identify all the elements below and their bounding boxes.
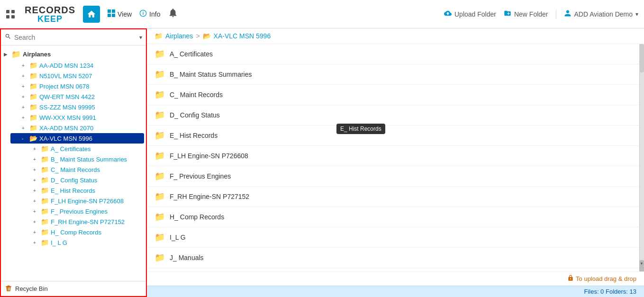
upload-folder-button[interactable]: Upload Folder [444,9,496,19]
expand-icon: + [33,219,39,225]
folder-icon: 📁 [154,252,165,263]
search-bar: ▾ [1,29,146,45]
expand-icon: + [22,126,27,131]
file-row[interactable]: 📁 J_ Manuals [147,248,644,268]
new-folder-label: New Folder [514,10,548,18]
logo-top: RECORDS [25,5,75,15]
breadcrumb-separator: > [196,32,200,40]
tree-child-f-rh[interactable]: + 📁 F_RH Engine-SN P727152 [22,216,144,227]
svg-text:i: i [143,11,144,16]
new-folder-icon [504,9,511,19]
expand-icon: ▶ [4,52,9,57]
tree-child-c-maint[interactable]: + 📁 C_ Maint Records [22,164,144,175]
notifications-button[interactable] [168,8,178,20]
folder-icon: 📁 [154,49,165,59]
view-label: View [118,10,132,18]
tree-child-d-config[interactable]: + 📁 D_ Config Status [22,175,144,185]
file-name: E_ Hist Records [170,132,218,139]
file-row[interactable]: 📁 A_ Certificates [147,44,644,64]
folder-icon: 📁 [41,166,49,173]
tree-item-label: WW-XXX MSN 9991 [39,114,96,121]
file-row[interactable]: 📁 F_RH Engine-SN P727152 [147,187,644,207]
expand-icon: + [33,230,39,235]
scrollbar[interactable]: ▼ [639,44,644,271]
folder-icon: 📁 [154,90,165,100]
breadcrumb-current: XA-VLC MSN 5996 [214,32,271,40]
tree-item-project[interactable]: + 📁 Project MSN 0678 [10,81,144,91]
trash-icon [5,284,12,293]
tree-item-n510vl[interactable]: + 📁 N510VL MSN 5207 [10,71,144,81]
add-aviation-button[interactable]: ADD Aviation Demo ▾ [556,9,638,19]
expand-icon: + [22,105,27,110]
tree-item-aa-add[interactable]: + 📁 AA-ADD MSN 1234 [10,60,144,71]
file-name: F_RH Engine-SN P727152 [170,193,249,200]
expand-icon: + [22,63,27,68]
tree-item-xa-vlc[interactable]: - 📂 XA-VLC MSN 5996 [10,133,144,144]
tree-child-a-cert[interactable]: + 📁 A_ Certificates [22,144,144,154]
info-button[interactable]: i Info [139,9,160,19]
tree-item-label: F_RH Engine-SN P727152 [51,218,125,225]
search-dropdown-icon[interactable]: ▾ [139,34,142,41]
folder-icon: 📁 [154,191,165,202]
tree-item-label: Project MSN 0678 [39,83,90,90]
tree-item-label: AA-ADD MSN 1234 [39,62,93,69]
add-aviation-label: ADD Aviation Demo [574,10,633,18]
tree-item-ss-zzz[interactable]: + 📁 SS-ZZZ MSN 99995 [10,102,144,112]
tree-item-ww-xxx[interactable]: + 📁 WW-XXX MSN 9991 [10,112,144,123]
expand-icon: + [33,188,39,193]
file-row[interactable]: 📁 K_ APU [147,268,644,271]
upload-folder-label: Upload Folder [454,10,496,18]
home-button[interactable] [83,6,100,23]
tree-child-h-comp[interactable]: + 📁 H_ Comp Records [22,227,144,237]
tree-item-xa-add[interactable]: + 📁 XA-ADD MSN 2070 [10,123,144,133]
file-row[interactable]: 📁 I_L G [147,227,644,248]
tree-child-e-hist[interactable]: + 📁 E_ Hist Records [22,185,144,196]
recycle-bin[interactable]: Recycle Bin [1,281,146,296]
view-button[interactable]: View [108,9,132,19]
new-folder-button[interactable]: New Folder [504,9,548,19]
file-row[interactable]: 📁 C_ Maint Records [147,85,644,105]
breadcrumb-root[interactable]: Airplanes [165,32,193,40]
file-name: F_ Previous Engines [170,172,231,180]
tree-child-f-prev[interactable]: + 📁 F_ Previous Engines [22,206,144,216]
folder-icon: 📁 [154,232,165,243]
folder-icon: 📁 [154,212,165,222]
file-row[interactable]: 📁 F_ Previous Engines [147,166,644,187]
expand-icon: + [33,240,39,245]
svg-rect-5 [112,9,115,13]
info-icon: i [139,9,147,19]
file-name: F_LH Engine-SN P726608 [170,152,248,160]
file-row[interactable]: 📁 B_ Maint Status Summaries [147,64,644,85]
svg-rect-2 [6,15,9,18]
lock-icon [567,275,574,283]
tree-child-f-lh[interactable]: + 📁 F_LH Engine-SN P726608 [22,196,144,206]
file-row[interactable]: 📁 F_LH Engine-SN P726608 [147,146,644,166]
file-name: B_ Maint Status Summaries [170,71,252,78]
status-bar: Files: 0 Folders: 13 [147,286,644,297]
search-input[interactable] [14,34,136,41]
folder-icon: 📁 [29,72,37,80]
logo: RECORDS KEEP [25,5,75,23]
scroll-arrow-down[interactable]: ▼ [639,260,644,267]
tree-item-label: F_ Previous Engines [51,208,108,215]
view-icon [108,9,115,19]
tree-item-qw-ert[interactable]: + 📁 QW-ERT MSN 4422 [10,91,144,102]
file-row[interactable]: 📁 D_ Config Status [147,105,644,126]
file-name: D_ Config Status [170,111,220,119]
tree-item-label: F_LH Engine-SN P726608 [51,198,124,205]
grid-icon[interactable] [6,9,15,19]
tree-item-label: B_ Maint Status Summaries [51,156,127,163]
tree-child-b-maint[interactable]: + 📁 B_ Maint Status Summaries [22,154,144,164]
open-folder-icon: 📂 [29,135,37,142]
tree-root-airplanes[interactable]: ▶ 📁 Airplanes [3,48,144,60]
file-row-e-hist[interactable]: 📁 E_ Hist Records E_ Hist Records [147,126,644,146]
file-row[interactable]: 📁 H_ Comp Records [147,207,644,227]
svg-rect-1 [11,10,15,13]
status-text: Files: 0 Folders: 13 [584,288,636,295]
scrollbar-thumb[interactable] [639,44,644,72]
folder-icon: 📁 [29,103,37,111]
upload-text: To upload drag & drop [576,275,636,282]
folder-icon: 📁 [154,110,165,120]
tree-child-i-lg[interactable]: + 📁 I_ L G [22,237,144,248]
breadcrumb-current-icon: 📂 [203,32,211,40]
